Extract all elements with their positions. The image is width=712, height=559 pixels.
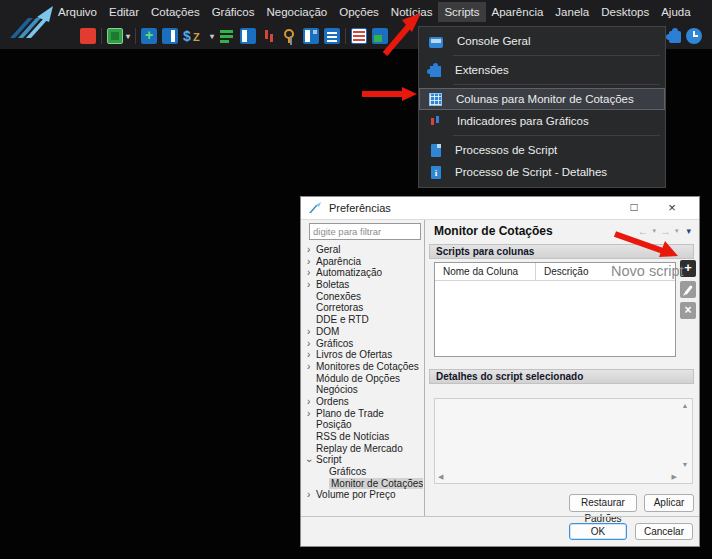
cancel-button[interactable]: Cancelar xyxy=(635,523,693,540)
chevron-icon[interactable]: › xyxy=(307,267,310,279)
chevron-icon[interactable]: › xyxy=(307,338,310,350)
vertical-scrollbar[interactable]: ▲ ▼ xyxy=(679,400,691,471)
back-icon[interactable]: ← xyxy=(637,225,648,237)
key-icon[interactable] xyxy=(282,27,298,45)
offers-book-icon[interactable] xyxy=(219,27,235,45)
dropdown-caret-icon[interactable]: ▾ xyxy=(126,32,130,41)
chevron-icon[interactable]: › xyxy=(307,396,310,408)
tree-item-conexoes[interactable]: Conexões xyxy=(303,291,423,303)
script-details-box[interactable]: ▲ ▼ ◀ ▶ xyxy=(434,398,693,484)
menu-item-extensoes[interactable]: Extensões xyxy=(419,59,665,81)
column-header-nome[interactable]: Nome da Coluna xyxy=(435,263,536,280)
history-nav: ← ▾ → ▾ ▾ xyxy=(637,225,691,237)
tree-item-negocios[interactable]: Negócios xyxy=(303,384,423,396)
tree-item-dde-e-rtd[interactable]: DDE e RTD xyxy=(303,314,423,326)
extensions-icon[interactable] xyxy=(669,27,681,45)
scroll-right-icon[interactable]: ▶ xyxy=(672,473,677,481)
maximize-button[interactable]: □ xyxy=(621,197,647,218)
scroll-up-icon[interactable]: ▲ xyxy=(682,402,689,410)
dropdown-caret-icon[interactable]: ▾ xyxy=(210,32,214,41)
back-caret-icon[interactable]: ▾ xyxy=(652,227,656,235)
list-icon[interactable] xyxy=(324,27,340,45)
menu-desktops[interactable]: Desktops xyxy=(595,2,655,22)
scroll-down-icon[interactable]: ▼ xyxy=(682,461,689,469)
forward-caret-icon[interactable]: ▾ xyxy=(675,227,679,235)
chevron-icon[interactable]: › xyxy=(307,349,310,361)
chevron-icon[interactable]: › xyxy=(307,361,310,373)
replay-icon[interactable]: ▾ xyxy=(107,27,130,45)
section-header-scripts: Scripts para colunas xyxy=(429,244,694,259)
menu-separator xyxy=(453,55,660,56)
tree-item-aparencia[interactable]: › Aparência xyxy=(303,256,423,268)
tree-item-posicao[interactable]: Posição xyxy=(303,419,423,431)
apply-button[interactable]: Aplicar xyxy=(644,494,694,512)
menu-janela[interactable]: Janela xyxy=(549,2,595,22)
tree-item-monitores-de-cotacoes[interactable]: › Monitores de Cotações xyxy=(303,361,423,373)
tree-filter-input[interactable] xyxy=(309,223,421,240)
tree-item-dom[interactable]: › DOM xyxy=(303,326,423,338)
candles-chart-icon[interactable] xyxy=(261,27,277,45)
dialog-titlebar[interactable]: Preferências □ × xyxy=(301,197,699,220)
tree-item-script[interactable]: › Script xyxy=(303,454,423,466)
quote-panel-icon[interactable] xyxy=(240,27,256,45)
edit-script-button[interactable] xyxy=(680,281,696,298)
tree-item-rss-de-noticias[interactable]: RSS de Notícias xyxy=(303,431,423,443)
tree-item-plano-de-trade[interactable]: › Plano de Trade xyxy=(303,408,423,420)
menu-arquivo[interactable]: Arquivo xyxy=(52,2,103,22)
menu-editar[interactable]: Editar xyxy=(103,2,145,22)
tree-item-corretoras[interactable]: Corretoras xyxy=(303,302,423,314)
times-trades-icon[interactable]: ▾ xyxy=(183,27,214,45)
grid-columns-icon xyxy=(429,93,442,106)
stop-icon[interactable] xyxy=(80,27,96,45)
menu-graficos[interactable]: Gráficos xyxy=(206,2,261,22)
new-window-icon[interactable] xyxy=(141,27,157,45)
menu-caret-icon[interactable]: ▾ xyxy=(686,226,691,236)
horizontal-scrollbar[interactable]: ◀ ▶ xyxy=(436,471,679,482)
menu-noticias[interactable]: Notícias xyxy=(385,2,439,22)
extensions-icon xyxy=(430,66,441,77)
quote-table-icon[interactable] xyxy=(351,27,367,45)
forward-icon[interactable]: → xyxy=(660,225,671,237)
news-panel-icon[interactable] xyxy=(372,27,388,45)
menu-item-processos-de-script[interactable]: Processos de Script xyxy=(419,139,665,161)
menu-negociacao[interactable]: Negociação xyxy=(260,2,333,22)
delete-script-button[interactable]: × xyxy=(680,302,696,319)
window-layout-icon[interactable] xyxy=(303,27,319,45)
column-header-descricao[interactable]: Descrição xyxy=(536,263,588,280)
tree-item-automatizacao[interactable]: › Automatização xyxy=(303,267,423,279)
scroll-left-icon[interactable]: ◀ xyxy=(438,473,443,481)
tree-item-modulo-de-opcoes[interactable]: Módulo de Opções xyxy=(303,373,423,385)
ok-button[interactable]: OK xyxy=(569,523,627,540)
tree-item-script-monitor-de-cotacoes[interactable]: Monitor de Cotações xyxy=(303,478,423,490)
tree-item-replay-de-mercado[interactable]: Replay de Mercado xyxy=(303,443,423,455)
tree-item-volume-por-preco[interactable]: › Volume por Preço xyxy=(303,489,423,501)
menu-item-indicadores-para-graficos[interactable]: Indicadores para Gráficos xyxy=(419,110,665,132)
quote-book-icon[interactable] xyxy=(162,27,178,45)
chevron-icon[interactable]: › xyxy=(307,256,310,268)
menu-opcoes[interactable]: Opções xyxy=(333,2,385,22)
menu-scripts[interactable]: Scripts xyxy=(438,2,485,22)
chevron-icon[interactable]: › xyxy=(307,489,310,501)
close-button[interactable]: × xyxy=(659,197,685,218)
menu-aparencia[interactable]: Aparência xyxy=(486,2,550,22)
menu-item-console-geral[interactable]: Console Geral xyxy=(419,30,665,52)
tree-item-ordens[interactable]: › Ordens xyxy=(303,396,423,408)
tree-item-boletas[interactable]: › Boletas xyxy=(303,279,423,291)
tree-item-graficos[interactable]: › Gráficos xyxy=(303,338,423,350)
menu-ajuda[interactable]: Ajuda xyxy=(655,2,696,22)
tree-item-geral[interactable]: › Geral xyxy=(303,244,423,256)
dialog-title: Preferências xyxy=(329,202,391,214)
chevron-icon[interactable]: › xyxy=(307,244,310,256)
restore-defaults-button[interactable]: Restaurar Padrões xyxy=(569,494,637,512)
chevron-icon[interactable]: › xyxy=(307,408,310,420)
tree-item-script-graficos[interactable]: Gráficos xyxy=(303,466,423,478)
chevron-icon[interactable]: › xyxy=(303,459,315,462)
clock-icon[interactable] xyxy=(686,27,702,45)
menu-item-colunas-para-monitor-de-cotacoes[interactable]: Colunas para Monitor de Cotações xyxy=(419,88,665,110)
chevron-icon[interactable]: › xyxy=(307,279,310,291)
tree-item-livros-de-ofertas[interactable]: › Livros de Ofertas xyxy=(303,349,423,361)
menu-item-processo-de-script-detalhes[interactable]: Processo de Script - Detalhes xyxy=(419,161,665,183)
chevron-icon[interactable]: › xyxy=(307,326,310,338)
menu-cotacoes[interactable]: Cotações xyxy=(145,2,206,22)
page-title: Monitor de Cotações xyxy=(434,224,553,238)
